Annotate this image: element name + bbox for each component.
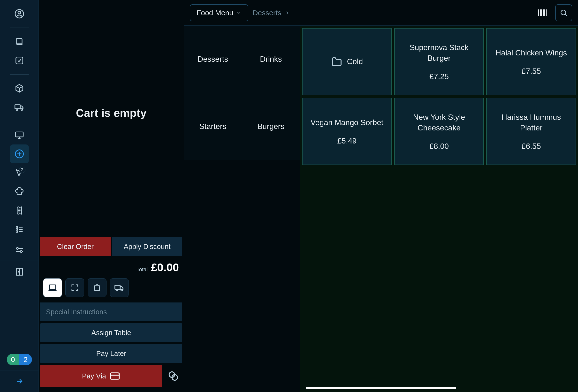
sidebar-item-receipts[interactable]	[10, 201, 29, 220]
coins-icon	[168, 370, 179, 382]
breadcrumb[interactable]: Desserts	[253, 9, 290, 17]
category-tile[interactable]: Burgers	[242, 93, 300, 160]
product-name: Vegan Mango Sorbet	[311, 117, 384, 128]
product-price: £6.55	[522, 142, 541, 151]
sliders-icon	[15, 245, 24, 255]
shopping-bag-icon	[93, 283, 102, 292]
product-tile[interactable]: Vegan Mango Sorbet £5.49	[302, 98, 392, 165]
sidebar-item-list[interactable]	[10, 220, 29, 239]
search-icon	[560, 9, 568, 17]
product-tile[interactable]: Supernova Stack Burger £7.25	[394, 28, 484, 95]
product-price: £5.49	[337, 136, 357, 145]
product-area: Cold Supernova Stack Burger £7.25 Halal …	[300, 26, 578, 392]
list-icon	[15, 225, 24, 234]
folder-label: Cold	[347, 56, 363, 67]
door-icon	[15, 267, 24, 276]
chevron-down-icon	[236, 10, 241, 15]
apply-discount-button[interactable]: Apply Discount	[112, 237, 183, 256]
product-tile[interactable]: Harissa Hummus Platter £6.55	[486, 98, 576, 165]
arrow-right-icon	[15, 377, 24, 386]
barcode-button[interactable]	[534, 4, 551, 21]
search-button[interactable]	[555, 4, 572, 21]
svg-point-5	[21, 109, 23, 111]
category-tile[interactable]: Drinks	[242, 26, 300, 93]
svg-rect-3	[15, 105, 20, 109]
home-indicator	[306, 387, 456, 389]
pay-via-button[interactable]: Pay Via	[40, 365, 162, 387]
category-tile[interactable]: Starters	[184, 93, 242, 160]
sidebar-item-menu[interactable]	[10, 32, 29, 51]
product-tile[interactable]: New York Style Cheesecake £8.00	[394, 98, 484, 165]
mode-takeaway-button[interactable]	[88, 278, 106, 297]
product-folder-tile[interactable]: Cold	[302, 28, 392, 95]
svg-rect-9	[16, 229, 17, 230]
plus-circle-icon	[14, 149, 24, 159]
sidebar-item-settings[interactable]	[0, 239, 39, 261]
svg-rect-15	[49, 285, 56, 289]
assign-table-button[interactable]: Assign Table	[40, 323, 182, 342]
cart-footer: Clear Order Apply Discount Total £0.00	[39, 237, 184, 392]
cash-button[interactable]	[164, 365, 182, 387]
svg-point-17	[116, 289, 118, 291]
truck-icon	[14, 102, 24, 112]
svg-point-14	[18, 271, 19, 272]
chef-hat-icon	[15, 187, 24, 196]
user-circle-icon	[14, 9, 24, 19]
category-tile[interactable]: Desserts	[184, 26, 242, 93]
svg-rect-2	[16, 57, 23, 64]
cart-total: Total £0.00	[39, 258, 184, 276]
cart-empty-message: Cart is empty	[76, 106, 146, 120]
barcode-icon	[537, 8, 547, 18]
mode-delivery-button[interactable]	[110, 278, 129, 297]
sidebar-divider	[10, 74, 29, 75]
product-price: £7.25	[429, 72, 449, 81]
svg-rect-10	[16, 231, 17, 232]
total-amount: £0.00	[151, 261, 179, 274]
clear-order-button[interactable]: Clear Order	[40, 237, 111, 256]
product-grid: Cold Supernova Stack Burger £7.25 Halal …	[302, 28, 576, 165]
category-grid: Desserts Drinks Starters Burgers	[184, 26, 300, 392]
truck-icon	[114, 283, 124, 293]
svg-rect-16	[115, 285, 120, 289]
sidebar-collapse[interactable]	[0, 370, 39, 392]
product-price: £7.55	[522, 67, 541, 76]
sidebar-item-display[interactable]	[10, 126, 29, 144]
status-pill-left: 0	[7, 354, 19, 365]
expand-icon	[70, 283, 79, 292]
product-price: £8.00	[429, 142, 449, 151]
pay-later-button[interactable]: Pay Later	[40, 344, 182, 363]
product-tile[interactable]: Halal Chicken Wings £7.55	[486, 28, 576, 95]
sidebar-item-new-order[interactable]	[10, 144, 29, 163]
svg-point-28	[561, 10, 566, 15]
sidebar-item-exit[interactable]	[0, 261, 39, 282]
menu-panel: Food Menu Desserts Desserts Drinks Start…	[184, 0, 578, 392]
mode-fullscreen-button[interactable]	[65, 278, 84, 297]
sidebar-item-delivery[interactable]	[10, 98, 29, 117]
mode-dinein-button[interactable]	[43, 278, 62, 297]
sidebar-item-profile[interactable]	[10, 4, 29, 23]
special-instructions-input[interactable]	[40, 303, 182, 321]
svg-point-11	[16, 247, 18, 249]
sidebar-item-tasks[interactable]	[10, 51, 29, 70]
sidebar: 2 0 2	[0, 0, 39, 392]
menu-dropdown[interactable]: Food Menu	[190, 4, 248, 21]
svg-rect-19	[110, 373, 119, 379]
checkbox-icon	[15, 56, 24, 65]
cart-body: Cart is empty	[39, 0, 184, 237]
book-icon	[15, 37, 24, 46]
sidebar-item-kitchen[interactable]	[10, 182, 29, 201]
monitor-icon	[15, 131, 24, 140]
total-label: Total	[136, 266, 147, 273]
svg-point-18	[121, 289, 123, 291]
order-mode-row	[39, 276, 184, 303]
chevron-right-icon	[285, 10, 290, 15]
receipt-icon	[15, 206, 24, 215]
package-icon	[15, 84, 24, 93]
sidebar-item-cart[interactable]: 2	[10, 163, 29, 182]
svg-point-4	[16, 109, 18, 111]
svg-point-12	[20, 251, 22, 252]
sidebar-item-inventory[interactable]	[10, 79, 29, 98]
product-name: Halal Chicken Wings	[495, 48, 567, 58]
cart-badge: 2	[19, 167, 25, 173]
status-pill[interactable]: 0 2	[7, 354, 32, 365]
